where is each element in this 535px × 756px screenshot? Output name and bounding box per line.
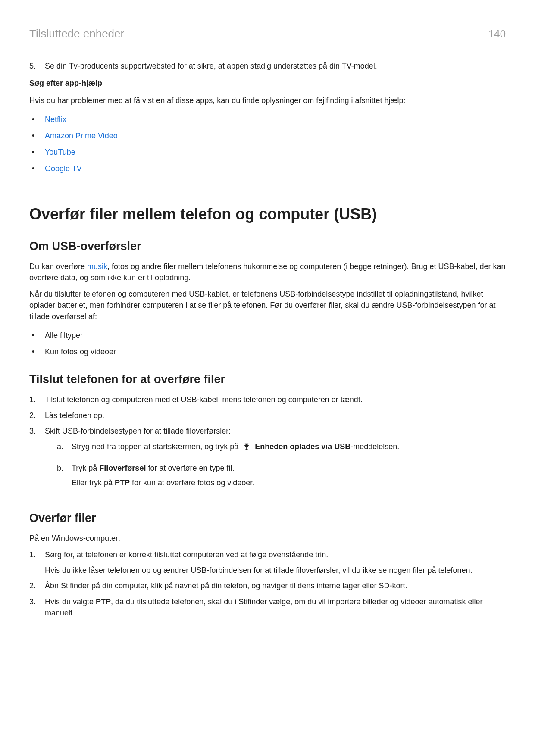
bold-text: PTP [115,478,130,487]
page-number: 140 [488,27,506,42]
page-title: Overfør filer mellem telefon og computer… [29,203,506,225]
list-item: Alle filtyper [29,327,506,344]
body-text: Når du tilslutter telefonen og computere… [29,288,506,322]
text-segment: -meddelelsen. [350,442,399,451]
list-item: a. Stryg ned fra toppen af startskærmen,… [57,441,506,456]
list-number: 3. [29,425,37,499]
text-segment: Hvis du valgte [45,597,96,606]
body-text: Hvis du ikke låser telefonen op og ændre… [45,565,506,576]
bold-text: PTP [96,597,111,606]
text-segment: Du kan overføre [29,262,87,271]
list-content: Hvis du valgte PTP, da du tilsluttede te… [45,596,506,619]
list-item: 2. Åbn Stifinder på din computer, klik p… [29,580,506,591]
link-netflix[interactable]: Netflix [45,114,66,125]
breadcrumb: Tilsluttede enheder [29,26,124,42]
list-item: Amazon Prime Video [29,128,506,144]
connect-steps: 1. Tilslut telefonen og computeren med e… [29,394,506,499]
list-text: Tilslut telefonen og computeren med et U… [45,394,506,405]
list-item: Kun fotos og videoer [29,344,506,360]
list-number: 1. [29,394,37,405]
transfer-steps: 1. Sørg for, at telefonen er korrekt til… [29,549,506,618]
body-text: Du kan overføre musik, fotos og andre fi… [29,261,506,283]
list-item: 5. Se din Tv-producents supportwebsted f… [29,60,506,72]
list-text: Lås telefonen op. [45,410,506,421]
usb-icon [242,443,251,451]
text-segment: for kun at overføre fotos og videoer. [130,478,254,487]
list-item: 1. Tilslut telefonen og computeren med e… [29,394,506,405]
list-text: Alle filtyper [45,330,83,341]
list-item: YouTube [29,144,506,160]
about-bullets: Alle filtyper Kun fotos og videoer [29,327,506,360]
list-number: 3. [29,596,37,619]
list-item: Netflix [29,111,506,128]
body-text: Hvis du valgte PTP, da du tilsluttede te… [45,596,506,619]
list-number: 2. [29,580,37,591]
list-letter: a. [57,441,66,456]
list-letter: b. [57,462,66,492]
section-subheading: Søg efter app-hjælp [29,78,506,89]
body-text: På en Windows-computer: [29,533,506,544]
link-musik[interactable]: musik [87,262,107,271]
list-item: 3. Skift USB-forbindelsestypen for at ti… [29,425,506,499]
text-segment: , da du tilsluttede telefonen, skal du i… [45,597,483,617]
section-heading: Overfør filer [29,510,506,527]
link-google-tv[interactable]: Google TV [45,163,82,174]
list-text: Skift USB-forbindelsestypen for at tilla… [45,427,231,435]
list-item: 2. Lås telefonen op. [29,410,506,421]
text-segment: Tryk på [72,464,99,472]
bold-text: Filoverførsel [99,464,146,472]
body-text: Åbn Stifinder på din computer, klik på n… [45,580,506,591]
section-heading: Tilslut telefonen for at overføre filer [29,371,506,388]
divider [29,189,506,189]
list-content: Stryg ned fra toppen af startskærmen, og… [72,441,506,456]
text-segment: Eller tryk på [72,478,115,487]
list-item: b. Tryk på Filoverførsel for at overføre… [57,462,506,492]
connect-substeps: a. Stryg ned fra toppen af startskærmen,… [57,441,506,492]
link-youtube[interactable]: YouTube [45,147,75,158]
list-item: 1. Sørg for, at telefonen er korrekt til… [29,549,506,576]
body-text: Sørg for, at telefonen er korrekt tilslu… [45,549,506,560]
list-number: 2. [29,410,37,421]
list-content: Tryk på Filoverførsel for at overføre en… [72,462,506,492]
page-header: Tilsluttede enheder 140 [29,26,506,42]
text-segment: for at overføre en type fil. [146,464,234,472]
list-content: Sørg for, at telefonen er korrekt tilslu… [45,549,506,576]
list-text: Se din Tv-producents supportwebsted for … [45,60,506,72]
list-number: 5. [29,60,37,72]
list-item: Google TV [29,160,506,177]
body-text: Hvis du har problemer med at få vist en … [29,95,506,106]
intro-numbered-list: 5. Se din Tv-producents supportwebsted f… [29,60,506,72]
list-item: 3. Hvis du valgte PTP, da du tilsluttede… [29,596,506,619]
list-text: Kun fotos og videoer [45,346,116,357]
text-segment: Stryg ned fra toppen af startskærmen, og… [72,442,241,451]
section-heading: Om USB-overførsler [29,238,506,255]
list-content: Åbn Stifinder på din computer, klik på n… [45,580,506,591]
bold-text: Enheden oplades via USB [255,442,350,451]
list-content: Skift USB-forbindelsestypen for at tilla… [45,425,506,499]
link-amazon-prime-video[interactable]: Amazon Prime Video [45,130,118,141]
app-help-links: Netflix Amazon Prime Video YouTube Googl… [29,111,506,177]
list-number: 1. [29,549,37,576]
